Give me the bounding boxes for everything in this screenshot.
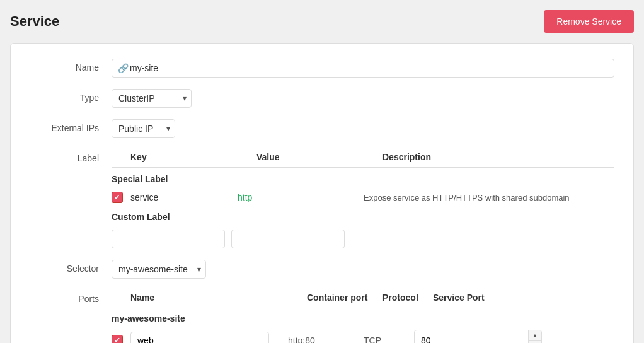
- name-row: Name 🔗: [30, 59, 614, 78]
- external-ips-select[interactable]: Public IP Private IP: [112, 119, 175, 138]
- port-service-input[interactable]: [415, 332, 528, 343]
- external-ips-row: External IPs Public IP Private IP ▾: [30, 119, 614, 138]
- name-field-wrapper: 🔗: [112, 59, 614, 78]
- name-input[interactable]: [112, 59, 614, 78]
- special-label-checkbox-cell: [112, 192, 130, 203]
- special-label-key: service: [130, 192, 238, 202]
- name-input-wrapper: 🔗: [112, 59, 614, 78]
- port-service-input-wrapper: ▲ ▼: [414, 330, 542, 343]
- port-service-decrement[interactable]: ▼: [529, 340, 541, 343]
- page-title: Service: [10, 13, 59, 30]
- link-icon: 🔗: [118, 63, 129, 73]
- ports-field-wrapper: Name Container port Protocol Service Por…: [112, 290, 614, 343]
- selector-field-wrapper: my-awesome-site other-site ▾: [112, 260, 614, 279]
- custom-label-title: Custom Label: [112, 206, 614, 227]
- page-header: Service Remove Service: [10, 10, 634, 33]
- ports-label: Ports: [30, 290, 112, 304]
- custom-label-value-input[interactable]: [231, 230, 345, 248]
- type-select[interactable]: ClusterIP NodePort LoadBalancer: [112, 89, 192, 108]
- label-table-header: Key Value Description: [112, 149, 614, 168]
- header-desc: Description: [382, 152, 614, 162]
- selector-row: Selector my-awesome-site other-site ▾: [30, 260, 614, 279]
- port-checkbox[interactable]: [112, 335, 123, 343]
- special-label-description: Expose service as HTTP/HTTPS with shared…: [364, 193, 614, 202]
- header-key: Key: [130, 152, 256, 162]
- ports-header-container: Container port: [307, 293, 382, 303]
- type-row: Type ClusterIP NodePort LoadBalancer ▾: [30, 89, 614, 108]
- ports-header-name: Name: [130, 293, 307, 303]
- ports-table: Name Container port Protocol Service Por…: [112, 290, 614, 343]
- port-service-increment[interactable]: ▲: [529, 330, 541, 340]
- header-check-spacer: [112, 152, 130, 162]
- label-row: Label Key Value Description Special Labe…: [30, 149, 614, 248]
- label-field-wrapper: Key Value Description Special Label serv…: [112, 149, 614, 248]
- port-spinners: ▲ ▼: [528, 330, 541, 343]
- special-label-title: Special Label: [112, 168, 614, 189]
- port-container-port: http:80: [288, 335, 364, 343]
- ports-header-check-spacer: [112, 293, 130, 303]
- port-name-input[interactable]: [130, 332, 269, 343]
- external-ips-select-wrapper: Public IP Private IP ▾: [112, 119, 175, 138]
- port-checkbox-cell: [112, 335, 130, 343]
- port-service-cell: ▲ ▼: [414, 330, 614, 343]
- type-select-wrapper: ClusterIP NodePort LoadBalancer ▾: [112, 89, 192, 108]
- name-label: Name: [30, 59, 112, 73]
- port-protocol: TCP: [364, 335, 414, 343]
- external-ips-label: External IPs: [30, 119, 112, 133]
- remove-service-button[interactable]: Remove Service: [544, 10, 634, 33]
- ports-table-header: Name Container port Protocol Service Por…: [112, 290, 614, 308]
- ports-row: Ports Name Container port Protocol Servi…: [30, 290, 614, 343]
- selector-select[interactable]: my-awesome-site other-site: [112, 260, 206, 279]
- selector-select-wrapper: my-awesome-site other-site ▾: [112, 260, 206, 279]
- custom-label-inputs: [112, 230, 614, 248]
- special-label-value: http: [238, 192, 364, 202]
- label-table: Key Value Description Special Label serv…: [112, 149, 614, 248]
- type-label: Type: [30, 89, 112, 103]
- special-label-checkbox[interactable]: [112, 192, 123, 203]
- ports-header-service: Service Port: [433, 293, 614, 303]
- special-label-row: service http Expose service as HTTP/HTTP…: [112, 189, 614, 206]
- ports-header-protocol: Protocol: [382, 293, 433, 303]
- custom-label-key-input[interactable]: [112, 230, 225, 248]
- header-value: Value: [256, 152, 382, 162]
- label-label: Label: [30, 149, 112, 163]
- external-ips-field-wrapper: Public IP Private IP ▾: [112, 119, 614, 138]
- port-name-cell: [130, 332, 288, 343]
- service-form-card: Name 🔗 Type ClusterIP NodePort LoadBalan…: [10, 43, 634, 343]
- selector-label: Selector: [30, 260, 112, 274]
- type-field-wrapper: ClusterIP NodePort LoadBalancer ▾: [112, 89, 614, 108]
- port-row-web: http:80 TCP ▲ ▼: [112, 327, 614, 343]
- ports-group-title: my-awesome-site: [112, 308, 614, 327]
